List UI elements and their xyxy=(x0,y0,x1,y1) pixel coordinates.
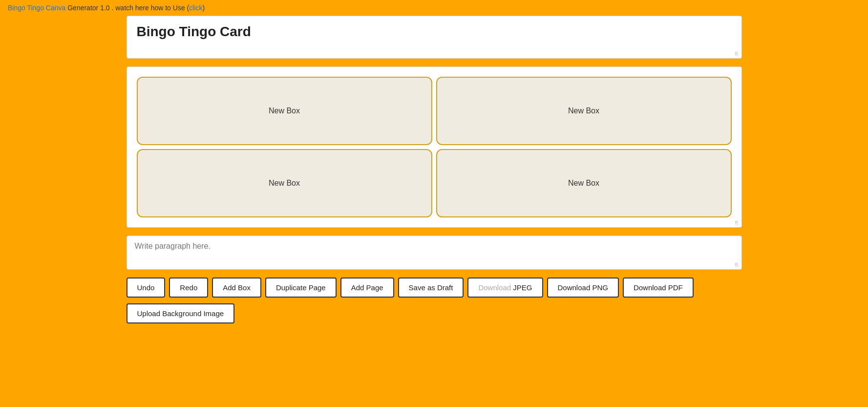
add-page-button[interactable]: Add Page xyxy=(340,278,394,298)
add-box-button[interactable]: Add Box xyxy=(212,278,261,298)
download-jpeg-button[interactable]: Download JPEG xyxy=(467,278,543,298)
topbar-end: ) xyxy=(202,4,205,12)
top-bar: Bingo Tingo Canva Generator 1.0 . watch … xyxy=(0,0,868,16)
bingo-box-1-label: New Box xyxy=(269,107,300,115)
undo-button[interactable]: Undo xyxy=(127,278,166,298)
paragraph-resize-handle[interactable]: ⠿ xyxy=(735,262,741,268)
redo-button[interactable]: Redo xyxy=(169,278,208,298)
resize-handle[interactable]: ⠿ xyxy=(735,51,741,57)
save-as-draft-button[interactable]: Save as Draft xyxy=(398,278,464,298)
download-pdf-button[interactable]: Download PDF xyxy=(623,278,694,298)
title-input[interactable] xyxy=(137,24,732,48)
toolbar-row-2: Upload Background Image xyxy=(127,303,742,323)
paragraph-input[interactable] xyxy=(135,242,734,261)
bingo-box-2-label: New Box xyxy=(568,107,599,115)
bingo-box-1[interactable]: New Box xyxy=(137,77,432,145)
duplicate-page-button[interactable]: Duplicate Page xyxy=(265,278,337,298)
upload-background-button[interactable]: Upload Background Image xyxy=(127,303,235,323)
click-link[interactable]: click xyxy=(189,4,202,12)
bingo-box-3-label: New Box xyxy=(269,179,300,188)
bingo-grid: New Box New Box New Box New Box xyxy=(137,77,732,217)
download-png-button[interactable]: Download PNG xyxy=(547,278,619,298)
bingo-box-2[interactable]: New Box xyxy=(436,77,732,145)
bingo-box-3[interactable]: New Box xyxy=(137,149,432,217)
brand-link[interactable]: Bingo Tingo Canva xyxy=(8,4,65,12)
bingo-box-4[interactable]: New Box xyxy=(436,149,732,217)
toolbar: Undo Redo Add Box Duplicate Page Add Pag… xyxy=(127,278,742,298)
paragraph-area: ⠿ xyxy=(127,236,742,270)
download-jpeg-suffix: JPEG xyxy=(511,283,532,292)
card-area-resize-handle[interactable]: ⠿ xyxy=(735,220,741,226)
topbar-description: Generator 1.0 . watch here how to Use ( xyxy=(65,4,189,12)
title-area: ⠿ xyxy=(127,16,742,59)
card-area: New Box New Box New Box New Box ⠿ xyxy=(127,66,742,228)
bingo-box-4-label: New Box xyxy=(568,179,599,188)
download-jpeg-prefix: Download xyxy=(478,283,511,292)
main-container: ⠿ New Box New Box New Box New Box ⠿ ⠿ Un… xyxy=(78,16,791,323)
